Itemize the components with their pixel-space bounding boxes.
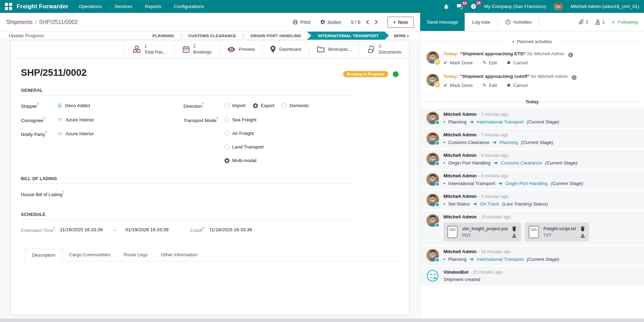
bookings-button[interactable]: 2Bookings — [174, 40, 219, 58]
new-button[interactable]: + New — [388, 17, 414, 28]
print-button[interactable]: Print — [293, 19, 310, 25]
tracking-note: (Current Stage) — [521, 140, 553, 145]
stage-to-link[interactable]: Planning — [500, 140, 518, 145]
pager-next-icon[interactable] — [375, 20, 378, 24]
activities-button[interactable]: Activities — [498, 13, 539, 31]
online-indicator — [435, 202, 440, 207]
stage-origin-port-handling[interactable]: ORIGIN PORT HANDLING — [245, 34, 307, 38]
edit-activity-button[interactable]: ✎Edit — [482, 82, 497, 88]
update-progress-button[interactable]: Update Progress — [9, 33, 44, 38]
chevron-down-icon: ▾ — [407, 34, 409, 38]
send-message-button[interactable]: Send message — [420, 13, 465, 31]
debug-bug-icon[interactable] — [443, 4, 449, 9]
total-packages-button[interactable]: 1Total Pac... — [125, 40, 174, 58]
message-author[interactable]: Mitchell Admin — [443, 194, 477, 199]
messages-icon[interactable]: 44 — [457, 4, 463, 9]
download-attachment-icon[interactable] — [512, 233, 517, 238]
message-author[interactable]: Mitchell Admin — [443, 173, 477, 178]
tab-other-information[interactable]: Other Information — [154, 249, 204, 261]
menu-configurations[interactable]: Configurations — [174, 4, 204, 9]
info-icon[interactable]: i — [572, 75, 577, 80]
app-title[interactable]: Freight Forwarder — [17, 3, 68, 10]
user-avatar[interactable] — [554, 2, 563, 11]
control-panel: Shipments / SHP/2511/0002 Print Action 5… — [0, 13, 420, 31]
chatter-toolbar: Send message Log note Activities 2 1 — [420, 13, 644, 31]
message-author[interactable]: Mitchell Admin — [443, 214, 477, 219]
documents-button[interactable]: 2Documents — [359, 40, 409, 58]
message-author[interactable]: ViindooBot — [443, 269, 468, 275]
attachment-name[interactable]: viin_freight_project.pot — [462, 226, 508, 231]
cancel-activity-button[interactable]: ✖Cancel — [507, 60, 528, 65]
shipper-value[interactable]: Deco Addict — [57, 103, 90, 108]
info-icon[interactable]: i — [568, 53, 573, 57]
chatter-thread[interactable]: ▾Planned activities Today: “Shipment app… — [420, 31, 644, 319]
attachment-card[interactable]: Freight-script.txt TXT — [525, 223, 589, 241]
cancel-activity-button[interactable]: ✖Cancel — [507, 82, 528, 88]
menu-services[interactable]: Services — [114, 4, 132, 9]
planned-activities-toggle[interactable]: ▾Planned activities — [512, 39, 552, 44]
attachments-counter[interactable]: 2 — [579, 19, 588, 25]
message-author[interactable]: Mitchell Admin — [443, 249, 477, 254]
message-author[interactable]: Mitchell Admin — [443, 153, 477, 158]
stage-planning[interactable]: PLANNING — [147, 34, 180, 38]
log-note-button[interactable]: Log note — [465, 13, 498, 31]
stage-international-transport-active[interactable]: INTERNATIONAL TRANSPORT — [307, 32, 389, 40]
tab-cargo-commodities[interactable]: Cargo Commodities — [63, 249, 117, 261]
eta-datetime[interactable]: 01/19/2026 16:33:39 — [125, 227, 169, 232]
message: Mitchell Admin8 minutes ago Internationa… — [420, 170, 644, 190]
dashboard-button[interactable]: Dashboard — [262, 40, 309, 58]
user-menu[interactable]: Mitchell Admin (odoo16_crm_01) — [571, 4, 639, 9]
message-author[interactable]: Mitchell Admin — [443, 132, 477, 137]
stage-to-link[interactable]: Origin Port Handling — [505, 181, 548, 186]
transport-air-radio[interactable]: Air Freight — [225, 131, 254, 136]
preview-button[interactable]: Preview — [219, 40, 262, 58]
stage-to-link[interactable]: International Transport — [477, 257, 524, 262]
stage-more-dropdown[interactable]: MORE ▾ — [389, 34, 414, 38]
followers-counter[interactable]: 1 — [595, 19, 605, 25]
message: Mitchell Admin7 minutes ago Customs Clea… — [420, 129, 644, 148]
map-pin-icon — [270, 46, 276, 53]
company-switcher[interactable]: My Company (San Francisco) — [484, 4, 546, 9]
menu-reports[interactable]: Reports — [145, 4, 161, 9]
direction-import-radio[interactable]: Import — [225, 103, 245, 108]
message-author[interactable]: Mitchell Admin — [443, 112, 477, 117]
message-with-attachments: Mitchell Admin15 minutes ago viin_freigh… — [420, 211, 644, 245]
consignee-value[interactable]: Azure Interior — [57, 117, 94, 122]
delete-attachment-icon[interactable] — [580, 226, 585, 231]
stage-to-link[interactable]: Customs Clearance — [501, 160, 542, 166]
transport-multimodal-radio[interactable]: Multi-modal — [225, 158, 256, 163]
transport-sea-radio[interactable]: Sea Freight — [225, 117, 256, 122]
on-track-indicator[interactable] — [393, 71, 399, 77]
stage-to-link[interactable]: International Transport — [477, 119, 524, 124]
activities-clock-icon[interactable]: 18 — [471, 3, 476, 9]
breadcrumb-shipments[interactable]: Shipments — [6, 19, 33, 25]
action-button[interactable]: Action — [320, 19, 341, 25]
mark-done-button[interactable]: ✔Mark Done — [443, 82, 473, 88]
attachment-card[interactable]: viin_freight_project.pot POT — [443, 223, 521, 241]
bullet-icon — [443, 140, 445, 145]
stage-customs-clearance[interactable]: CUSTOMS CLEARANCE — [183, 34, 242, 38]
pager-previous-icon[interactable] — [366, 20, 369, 24]
following-button[interactable]: ✔ Following — [612, 19, 638, 25]
horizontal-scrollbar[interactable] — [0, 319, 644, 322]
attachment-name[interactable]: Freight-script.txt — [544, 226, 576, 231]
arrow-right-icon: ➜ — [470, 256, 473, 262]
apps-menu-icon[interactable] — [5, 3, 12, 10]
download-attachment-icon[interactable] — [580, 233, 585, 238]
notify-party-value[interactable]: Azure Interior — [57, 131, 94, 136]
tab-route-legs[interactable]: Route Legs — [117, 249, 154, 261]
stage-separator-icon — [180, 32, 183, 39]
transport-land-radio[interactable]: Land Transport — [225, 144, 264, 150]
direction-domestic-radio[interactable]: Domestic — [282, 103, 309, 108]
workspace-button[interactable]: Workspac... — [309, 40, 359, 58]
direction-export-radio[interactable]: Export — [253, 103, 274, 108]
delete-attachment-icon[interactable] — [512, 226, 517, 231]
tab-description[interactable]: Description — [25, 249, 63, 261]
stage-to-link[interactable]: On Track — [480, 201, 499, 207]
edit-activity-button[interactable]: ✎Edit — [482, 60, 497, 65]
mark-done-button[interactable]: ✔Mark Done — [443, 60, 473, 65]
etd-datetime[interactable]: 11/19/2025 16:33:39 — [60, 227, 103, 232]
cutoff-datetime[interactable]: 11/18/2025 16:33:39 — [209, 227, 252, 232]
menu-operations[interactable]: Operations — [79, 4, 102, 9]
stage-from: International Transport — [448, 181, 495, 186]
